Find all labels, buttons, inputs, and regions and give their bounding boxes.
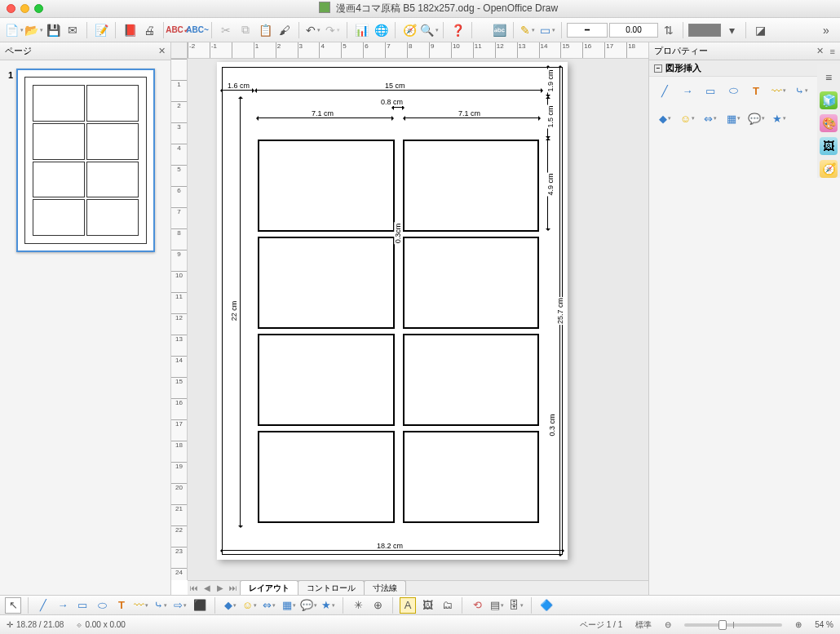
zoom-in[interactable]: ⊕: [795, 620, 802, 629]
shadow-button[interactable]: ◪: [751, 21, 769, 39]
spellcheck-button[interactable]: ABC✓: [169, 21, 187, 39]
arrows-tool-b[interactable]: ⇨: [172, 597, 188, 614]
line-style-select[interactable]: [567, 23, 608, 38]
curve-tool[interactable]: 〰: [770, 82, 788, 100]
paste-button[interactable]: 📋: [256, 21, 274, 39]
canvas-viewport[interactable]: 1.6 cm 15 cm 7.1 cm 0.8 cm 7.1 cm 18.2 c: [188, 59, 648, 580]
chart-button[interactable]: 📊: [352, 21, 370, 39]
glue-points-b[interactable]: ⊕: [369, 597, 386, 614]
tab-control[interactable]: コントロール: [298, 580, 365, 595]
auto-spellcheck-button[interactable]: ABC~: [188, 21, 206, 39]
save-button[interactable]: 💾: [44, 21, 62, 39]
properties-panel-close[interactable]: ✕: [816, 46, 824, 56]
rect-tool[interactable]: ▭: [701, 82, 719, 100]
line-color-select[interactable]: [688, 24, 721, 37]
new-doc-button[interactable]: 📄: [5, 21, 23, 39]
tab-dimensions[interactable]: 寸法線: [364, 580, 406, 595]
line-width-input[interactable]: [609, 23, 658, 38]
print-button[interactable]: 🖨: [140, 21, 158, 39]
zoom-button[interactable]: 🔍: [420, 21, 438, 39]
tab-first[interactable]: ⏮: [188, 583, 201, 592]
canvas-area: -2-1123456789101112131415161718 12345678…: [171, 42, 648, 595]
email-button[interactable]: ✉: [64, 21, 82, 39]
3d-tool-b[interactable]: ⬛: [192, 597, 208, 614]
ellipse-tool-b[interactable]: ⬭: [94, 597, 110, 614]
glue-points-button[interactable]: ✎: [519, 21, 537, 39]
block-arrows-tool[interactable]: ⇔: [701, 109, 719, 127]
extrusion-b[interactable]: 🔷: [538, 597, 555, 614]
edit-doc-button[interactable]: 📝: [92, 21, 110, 39]
connector-tool-b[interactable]: ⤷: [153, 597, 169, 614]
sidebar-properties-icon[interactable]: 🧊: [820, 91, 838, 109]
edit-points-b[interactable]: ✳: [350, 597, 366, 614]
tab-last[interactable]: ⏭: [227, 583, 240, 592]
tab-layout[interactable]: レイアウト: [240, 580, 298, 595]
arrange-button[interactable]: ▭: [538, 21, 556, 39]
main-area: ページ ✕ 1 -2-112345678910111213141516: [0, 42, 840, 595]
page-thumbnail-1[interactable]: 1: [8, 69, 162, 252]
hyperlink-button[interactable]: 🌐: [372, 21, 390, 39]
cut-button[interactable]: ✂: [217, 21, 235, 39]
star-tool[interactable]: ★: [770, 109, 788, 127]
gallery-b[interactable]: 🗂: [439, 597, 455, 614]
block-arrows-b[interactable]: ⇔: [261, 597, 277, 614]
flowchart-b[interactable]: ▦: [281, 597, 297, 614]
text-tool-b[interactable]: T: [113, 597, 130, 614]
arrow-tool[interactable]: →: [679, 82, 696, 100]
open-button[interactable]: 📂: [24, 21, 42, 39]
arrange-b[interactable]: 🗄: [508, 597, 524, 614]
sidebar-settings-menu[interactable]: ≡: [820, 69, 838, 86]
basic-shapes-b[interactable]: ◆: [222, 597, 238, 614]
fontwork-b[interactable]: A: [400, 597, 416, 614]
line-width-stepper[interactable]: ⇅: [660, 21, 678, 39]
callout-tool[interactable]: 💬: [747, 109, 765, 127]
navigator-button[interactable]: 🧭: [400, 21, 418, 39]
sidebar-styles-icon[interactable]: 🎨: [820, 114, 838, 132]
zoom-window[interactable]: [34, 4, 43, 13]
zoom-percent[interactable]: 54 %: [815, 620, 833, 629]
page-1[interactable]: 1.6 cm 15 cm 7.1 cm 0.8 cm 7.1 cm 18.2 c: [217, 62, 568, 560]
titlebar: 漫画4コマ原稿 B5 182x257.odg - OpenOffice Draw: [0, 0, 840, 18]
ruler-horizontal: -2-1123456789101112131415161718: [188, 42, 648, 59]
symbol-shapes-tool[interactable]: ☺: [679, 109, 696, 127]
ellipse-tool[interactable]: ⬭: [724, 82, 742, 100]
rotate-b[interactable]: ⟲: [469, 597, 485, 614]
export-pdf-button[interactable]: 📕: [121, 21, 139, 39]
basic-shapes-tool[interactable]: ◆: [656, 109, 674, 127]
properties-panel-menu[interactable]: ≡: [830, 47, 835, 56]
symbol-shapes-b[interactable]: ☺: [241, 597, 258, 614]
rect-tool-b[interactable]: ▭: [74, 597, 91, 614]
text-tool[interactable]: T: [747, 82, 765, 100]
copy-button[interactable]: ⧉: [237, 21, 254, 39]
zoom-out[interactable]: ⊖: [665, 620, 671, 629]
pages-panel-title: ページ: [5, 45, 32, 57]
line-color-dropdown[interactable]: ▾: [723, 21, 741, 39]
from-file-b[interactable]: 🖼: [419, 597, 435, 614]
redo-button[interactable]: ↷: [324, 21, 342, 39]
pages-panel-close[interactable]: ✕: [158, 46, 166, 56]
tab-next[interactable]: ▶: [214, 583, 227, 592]
select-tool[interactable]: ↖: [5, 597, 21, 614]
zoom-slider[interactable]: [684, 623, 782, 627]
line-tool[interactable]: ╱: [656, 82, 674, 100]
callout-b[interactable]: 💬: [300, 597, 316, 614]
tab-prev[interactable]: ◀: [201, 583, 214, 592]
close-window[interactable]: [7, 4, 15, 13]
section-shape-insert[interactable]: −図形挿入: [649, 60, 840, 77]
flowchart-tool[interactable]: ▦: [724, 109, 742, 127]
star-b[interactable]: ★: [320, 597, 336, 614]
help-button[interactable]: ❓: [449, 21, 466, 39]
toolbar-overflow[interactable]: »: [817, 21, 835, 39]
fontwork-button[interactable]: 🔤: [490, 21, 508, 39]
curve-tool-b[interactable]: 〰: [133, 597, 149, 614]
line-tool-b[interactable]: ╱: [35, 597, 51, 614]
connector-tool[interactable]: ⤷: [793, 82, 811, 100]
minimize-window[interactable]: [20, 4, 29, 13]
undo-button[interactable]: ↶: [304, 21, 322, 39]
format-paintbrush-button[interactable]: 🖌: [276, 21, 294, 39]
sidebar-gallery-icon[interactable]: 🖼: [820, 137, 838, 155]
align-b[interactable]: ▤: [489, 597, 505, 614]
dimension-overlay: 1.6 cm 15 cm 7.1 cm 0.8 cm 7.1 cm 18.2 c: [217, 62, 568, 560]
sidebar-navigator-icon[interactable]: 🧭: [820, 160, 838, 178]
arrow-tool-b[interactable]: →: [55, 597, 71, 614]
